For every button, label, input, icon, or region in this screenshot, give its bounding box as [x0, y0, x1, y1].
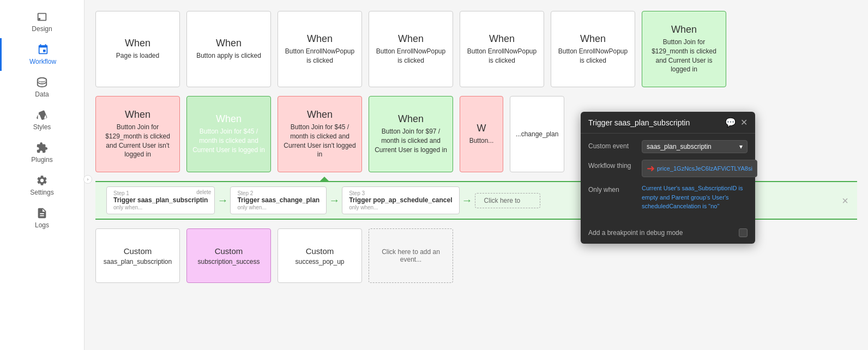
logs-icon — [36, 207, 48, 219]
step-arrow-2: → — [329, 194, 340, 207]
sidebar-item-logs[interactable]: Logs — [0, 202, 84, 234]
step-num-3: Step 3 — [349, 190, 452, 196]
workflow-row-1: When Page is loaded When Button apply is… — [95, 11, 857, 87]
main-content: When Page is loaded When Button apply is… — [85, 0, 868, 350]
custom-label-3: Custom — [306, 246, 334, 256]
when-label-5: When — [489, 33, 515, 45]
design-icon — [36, 11, 48, 23]
card-text-10: Button Join for $45 / month is clicked a… — [284, 123, 356, 159]
card-text-11: Button Join for $97 / month is clicked a… — [375, 127, 447, 154]
when-label-6: When — [580, 33, 606, 45]
wf-card-9[interactable]: When Button Join for $45 / month is clic… — [186, 96, 271, 172]
card-text-5: Button EnrollNowPopup is clicked — [466, 47, 538, 65]
custom-label-2: Custom — [215, 246, 243, 256]
when-label-2: When — [216, 38, 242, 49]
custom-card-2[interactable]: Custom subscription_success — [186, 228, 271, 283]
wf-card-7[interactable]: When Button Join for $129_month is click… — [642, 11, 726, 87]
card-text-2: Button apply is clicked — [196, 51, 261, 61]
custom-label-1: Custom — [124, 246, 152, 256]
sidebar: Design Workflow Data Styles Plugins Sett… — [0, 0, 85, 350]
step-name-2: Trigger saas_change_plan — [237, 196, 320, 204]
card-text-7: Button Join for $129_month is clicked an… — [648, 38, 720, 74]
data-label: Data — [35, 90, 49, 98]
wf-card-8[interactable]: When Button Join for $129_month is click… — [95, 96, 180, 172]
popup-row-only-when: Only when Current User's saas_Subscripti… — [588, 184, 748, 211]
popup-row-custom-event: Custom event saas_plan_subscriptin ▾ — [588, 140, 748, 153]
when-label-9: When — [216, 113, 242, 125]
popup-workflow-thing-value-container: ➜ price_1GzNcsJeC6IzAFViCTLYA8si — [642, 160, 757, 177]
workflow-icon — [37, 44, 49, 56]
when-label-8: When — [125, 109, 150, 120]
add-event-label: Click here to add an event... — [375, 248, 447, 263]
when-label-12: W — [477, 123, 486, 134]
styles-label: Styles — [33, 123, 51, 131]
green-triangle-indicator — [319, 177, 330, 182]
sidebar-item-data[interactable]: Data — [0, 71, 84, 104]
card-text-12: Button... — [469, 136, 494, 146]
sidebar-item-plugins[interactable]: Plugins — [0, 136, 84, 169]
when-label-11: When — [398, 113, 424, 125]
wf-card-4[interactable]: When Button EnrollNowPopup is clicked — [369, 11, 453, 87]
popup-only-when-text: Current User's saas_SubscriptionID is em… — [642, 185, 743, 209]
styles-icon — [36, 109, 48, 121]
when-label-7: When — [671, 24, 697, 35]
popup-custom-event-value: saas_plan_subscriptin ▾ — [642, 140, 748, 153]
popup-only-when-label: Only when — [588, 184, 637, 194]
workflow-bar-close[interactable]: × — [842, 194, 848, 207]
wf-step-3: Step 3 Trigger pop_ap_schedule_cancel on… — [342, 186, 474, 214]
card-text-4: Button EnrollNowPopup is clicked — [375, 47, 447, 65]
wf-card-1[interactable]: When Page is loaded — [95, 11, 180, 87]
wf-step-1: Step 1 Trigger saas_plan_subscriptin onl… — [106, 186, 230, 214]
step-name-3: Trigger pop_ap_schedule_cancel — [349, 196, 452, 204]
settings-label: Settings — [30, 189, 53, 196]
popup-workflow-thing-input[interactable]: ➜ price_1GzNcsJeC6IzAFViCTLYA8si — [642, 160, 757, 177]
wf-card-3[interactable]: When Button EnrollNowPopup is clicked — [278, 11, 362, 87]
card-text-9: Button Join for $45 / month is clicked a… — [192, 127, 265, 154]
popup-custom-event-select[interactable]: saas_plan_subscriptin ▾ — [642, 140, 748, 153]
wf-card-custom-partial[interactable]: ...change_plan — [510, 96, 564, 172]
wf-step-box-2[interactable]: Step 2 Trigger saas_change_plan only whe… — [230, 186, 327, 214]
popup-header: Trigger saas_plan_subscriptin 💬 ✕ — [581, 112, 755, 134]
card-text-6: Button EnrollNowPopup is clicked — [557, 47, 629, 65]
card-text-3: Button EnrollNowPopup is clicked — [284, 47, 356, 65]
step-when-3: only when... — [349, 204, 378, 210]
sidebar-item-workflow[interactable]: Workflow — [0, 38, 84, 71]
wf-step-box-3[interactable]: Step 3 Trigger pop_ap_schedule_cancel on… — [342, 186, 459, 214]
popup-footer: Add a breakpoint in debug mode — [581, 224, 755, 244]
popup-close-icon[interactable]: ✕ — [740, 117, 748, 128]
step-delete-1[interactable]: delete — [196, 189, 211, 195]
plugins-label: Plugins — [31, 156, 52, 164]
sidebar-expand-arrow[interactable]: › — [83, 175, 92, 184]
wf-card-6[interactable]: When Button EnrollNowPopup is clicked — [551, 11, 635, 87]
wf-step-box-1[interactable]: Step 1 Trigger saas_plan_subscriptin onl… — [106, 186, 215, 214]
wf-card-10[interactable]: When Button Join for $45 / month is clic… — [278, 96, 362, 172]
step-when-2: only when... — [237, 204, 266, 210]
step-num-2: Step 2 — [237, 190, 320, 196]
wf-card-11[interactable]: When Button Join for $97 / month is clic… — [369, 96, 453, 172]
when-label-4: When — [398, 33, 424, 45]
add-event-card[interactable]: Click here to add an event... — [369, 228, 453, 283]
popup-select-text: saas_plan_subscriptin — [647, 143, 712, 150]
wf-card-5[interactable]: When Button EnrollNowPopup is clicked — [460, 11, 544, 87]
trigger-popup: Trigger saas_plan_subscriptin 💬 ✕ Custom… — [581, 112, 755, 244]
click-here-step[interactable]: Click here to — [475, 193, 540, 208]
sidebar-item-settings[interactable]: Settings — [0, 169, 84, 202]
popup-breakpoint-checkbox[interactable] — [739, 228, 748, 237]
red-arrow-icon: ➜ — [647, 162, 655, 174]
popup-comment-icon[interactable]: 💬 — [725, 117, 736, 128]
popup-row-workflow-thing: Workflow thing ➜ price_1GzNcsJeC6IzAFViC… — [588, 160, 748, 177]
wf-card-2[interactable]: When Button apply is clicked — [186, 11, 271, 87]
custom-text-3: success_pop_up — [295, 258, 344, 265]
step-arrow-3: → — [462, 194, 473, 207]
click-here-label: Click here to — [484, 197, 521, 204]
popup-workflow-thing-label: Workflow thing — [588, 160, 637, 170]
when-label-10: When — [307, 109, 333, 120]
settings-icon — [36, 174, 48, 186]
popup-icons: 💬 ✕ — [725, 117, 748, 128]
wf-card-12[interactable]: W Button... — [460, 96, 503, 172]
custom-card-3[interactable]: Custom success_pop_up — [278, 228, 362, 283]
sidebar-item-styles[interactable]: Styles — [0, 104, 84, 136]
custom-card-1[interactable]: Custom saas_plan_subscription — [95, 228, 180, 283]
sidebar-item-design[interactable]: Design — [0, 5, 84, 38]
popup-custom-event-label: Custom event — [588, 140, 637, 150]
